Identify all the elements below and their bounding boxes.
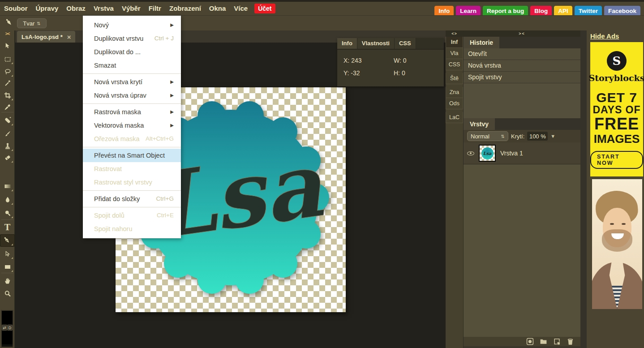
tool-mode-select[interactable]: Tvar ⇅: [17, 18, 47, 28]
history-item-otevrit[interactable]: Otevřít: [464, 48, 580, 60]
crop-tool-button[interactable]: [0, 89, 15, 102]
move-tool-button[interactable]: [0, 39, 15, 52]
healing-brush-tool-icon: [4, 117, 11, 124]
ad-sidebar: Hide Ads S Storyblocks GET 7 DAYS OF FRE…: [587, 30, 644, 348]
color-swatches[interactable]: ⇄ D: [1, 310, 13, 348]
submenu-arrow-icon: ▶: [170, 75, 174, 89]
ad-headline-line2: DAYS OF: [592, 104, 640, 116]
default-colors-button[interactable]: D: [7, 325, 13, 331]
menu-zobrazeni[interactable]: Zobrazení: [165, 2, 205, 15]
tab-vlastnosti[interactable]: Vlastnosti: [357, 38, 395, 49]
layer-visibility-eye-icon[interactable]: [467, 150, 474, 157]
hide-ads-link[interactable]: Hide Ads: [590, 32, 619, 40]
menu-item-duplikovat-vrstvu[interactable]: Duplikovat vrstvuCtrl + J: [83, 32, 181, 45]
history-item-spojit-vrstvy[interactable]: Spojit vrstvy: [464, 72, 580, 83]
info-width: W: 0: [394, 57, 444, 64]
tab-info[interactable]: Info: [337, 38, 357, 49]
menu-item-rastrova-maska[interactable]: Rastrová maska▶: [83, 105, 181, 119]
menu-okna[interactable]: Okna: [205, 2, 230, 15]
hand-tool-icon: [4, 277, 11, 284]
ad-photo[interactable]: [592, 179, 642, 309]
menu-vice[interactable]: Více: [230, 2, 252, 15]
close-tab-icon[interactable]: ×: [67, 33, 71, 41]
strip-tab-vlastnosti[interactable]: Vla: [446, 48, 463, 59]
menu-item-pridat-do-slozky[interactable]: Přidat do složkyCtrl+G: [83, 192, 181, 206]
blur-tool-button[interactable]: [0, 193, 15, 206]
path-select-tool-icon: [4, 251, 11, 258]
lasso-tool-icon: [4, 68, 11, 75]
menu-upravy[interactable]: Úpravy: [32, 2, 63, 15]
layer-row[interactable]: Lsa Vrstva 1: [464, 142, 580, 164]
menu-item-nova-vrstva-uprav[interactable]: Nová vrstva úprav▶: [83, 89, 181, 102]
adjustment-layer-icon[interactable]: [526, 338, 534, 345]
hand-tool-button[interactable]: [0, 275, 15, 287]
magic-wand-tool-button[interactable]: [0, 77, 15, 90]
foreground-color-swatch[interactable]: [2, 311, 13, 324]
toolbar-collapse-button[interactable]: ><: [0, 31, 15, 36]
strip-tab-css[interactable]: CSS: [446, 59, 463, 70]
brush-tool-icon: [4, 130, 11, 137]
blend-mode-select[interactable]: Normal ⇅: [467, 131, 508, 141]
menu-item-spojit-nahoru: Spojit nahoru: [83, 222, 181, 236]
document-tab[interactable]: LsA-logo.psd * ×: [17, 31, 75, 43]
info-panel: Info Vlastnosti CSS X: 243 W: 0 Y: -32 H…: [337, 38, 444, 86]
tab-css[interactable]: CSS: [395, 38, 416, 49]
history-list-empty-area: [464, 83, 580, 118]
eyedropper-tool-button[interactable]: [0, 101, 15, 113]
menu-item-smazat[interactable]: Smazat: [83, 59, 181, 72]
delete-layer-trash-icon[interactable]: [567, 338, 574, 345]
strip-tab-znaky[interactable]: Zna: [446, 87, 463, 98]
opacity-value[interactable]: 100 %: [527, 132, 548, 141]
eraser-tool-button[interactable]: [0, 151, 15, 164]
rectangle-shape-tool-button[interactable]: [0, 261, 15, 273]
blur-tool-icon: [4, 196, 11, 203]
strip-tab-odstavec[interactable]: Ods: [446, 98, 463, 109]
strip-collapse-button[interactable]: <>: [446, 30, 463, 37]
zoom-tool-button[interactable]: [0, 288, 15, 300]
brush-tool-button[interactable]: [0, 128, 15, 140]
menu-item-vektorova-maska[interactable]: Vektorová maska▶: [83, 119, 181, 132]
document-tab-title: LsA-logo.psd *: [21, 34, 63, 40]
history-item-nova-vrstva[interactable]: Nová vrstva: [464, 60, 580, 71]
menu-filtr[interactable]: Filtr: [145, 2, 165, 15]
new-folder-icon[interactable]: [540, 338, 547, 345]
menu-item-nova-vrstva-kryti[interactable]: Nová vrstva krytí▶: [83, 75, 181, 89]
account-button[interactable]: Účet: [254, 4, 275, 13]
start-now-button[interactable]: START NOW: [590, 151, 643, 169]
storyblocks-ad[interactable]: S Storyblocks GET 7 DAYS OF FREE IMAGES …: [590, 42, 643, 176]
opacity-dropdown-icon[interactable]: ▼: [550, 133, 555, 139]
menu-soubor[interactable]: Soubor: [0, 2, 32, 15]
pen-tool-button[interactable]: [0, 234, 15, 247]
healing-brush-tool-button[interactable]: [0, 114, 15, 127]
strip-tab-info[interactable]: Inf: [446, 37, 463, 48]
menu-item-duplikovat-do[interactable]: Duplikovat do ...: [83, 45, 181, 59]
clone-stamp-tool-button[interactable]: [0, 140, 15, 152]
tab-historie[interactable]: Historie: [464, 37, 499, 48]
storyblocks-brand: Storyblocks: [589, 73, 644, 83]
background-color-swatch[interactable]: [2, 331, 13, 344]
tab-vrstvy[interactable]: Vrstvy: [464, 118, 495, 130]
menu-vrstva[interactable]: Vrstva: [90, 2, 118, 15]
ad-headline-line4: IMAGES: [594, 133, 640, 146]
marquee-tool-button[interactable]: [0, 53, 15, 65]
info-height: H: 0: [394, 69, 444, 77]
layer-thumbnail[interactable]: Lsa: [479, 145, 496, 162]
menu-vyber[interactable]: Výběr: [118, 2, 145, 15]
menu-obraz[interactable]: Obraz: [62, 2, 90, 15]
type-tool-button[interactable]: T: [0, 221, 15, 234]
path-select-tool-button[interactable]: [0, 248, 15, 260]
strip-tab-stetec[interactable]: Ště: [446, 73, 463, 84]
dodge-tool-button[interactable]: [0, 207, 15, 219]
menu-item-novy[interactable]: Nový▶: [83, 18, 181, 32]
new-layer-icon[interactable]: [553, 338, 561, 345]
right-panel-column: >< Historie Otevřít Nová vrstva Spojit v…: [464, 30, 580, 348]
photo-editor-app: Soubor Úpravy Obraz Vrstva Výběr Filtr Z…: [0, 0, 644, 348]
swap-colors-button[interactable]: ⇄: [2, 325, 7, 331]
panels-collapse-button[interactable]: ><: [464, 30, 580, 37]
marquee-tool-icon: [4, 56, 11, 63]
gradient-tool-button[interactable]: [0, 180, 15, 193]
strip-tab-lac[interactable]: LaC: [446, 112, 463, 123]
zoom-tool-icon: [4, 290, 11, 297]
menu-item-prevest-na-smart-object[interactable]: Převést na Smart Object: [83, 149, 181, 162]
lasso-tool-button[interactable]: [0, 65, 15, 78]
